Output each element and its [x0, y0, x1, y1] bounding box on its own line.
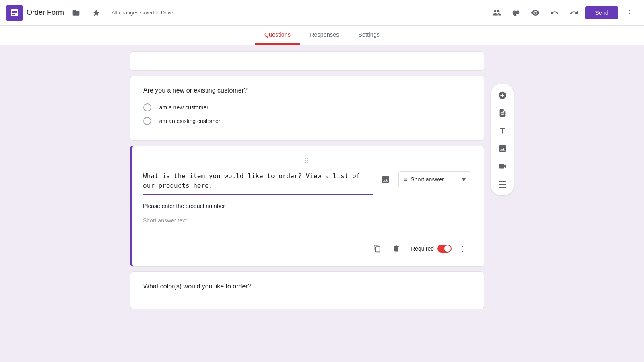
main-content: Are you a new or existing customer? I am…: [0, 45, 644, 321]
star-icon: [92, 9, 100, 17]
truncated-top-card: [130, 51, 484, 71]
question-card-1: Are you a new or existing customer? I am…: [130, 76, 484, 141]
add-image-to-question-btn[interactable]: [378, 171, 394, 187]
drag-handle: ⠿: [143, 156, 471, 170]
add-circle-icon: [498, 91, 507, 100]
toggle-thumb: [444, 245, 451, 252]
redo-btn[interactable]: [566, 5, 582, 21]
add-question-btn[interactable]: [494, 87, 510, 103]
section-icon: [498, 179, 507, 188]
question-type-label: Short answer: [411, 176, 459, 183]
video-icon: [498, 162, 507, 171]
undo-btn[interactable]: [547, 5, 563, 21]
question-more-btn[interactable]: ⋮: [455, 241, 471, 257]
topbar-left: Order Form All changes saved in Drive: [6, 5, 489, 21]
undo-icon: [550, 8, 559, 17]
folder-icon-btn[interactable]: [68, 5, 84, 21]
forms-svg-icon: [10, 8, 19, 18]
topbar-right: Send ⋮: [489, 5, 638, 21]
folder-icon: [72, 9, 80, 17]
redo-icon: [570, 8, 578, 17]
preview-btn[interactable]: [527, 5, 543, 21]
q2-answer-placeholder: Short answer text: [143, 214, 312, 227]
tab-settings[interactable]: Settings: [349, 26, 390, 45]
required-label: Required: [411, 245, 434, 252]
add-collaborator-btn[interactable]: [489, 5, 505, 21]
duplicate-question-btn[interactable]: [369, 241, 385, 257]
q2-title-input[interactable]: [143, 170, 373, 195]
add-title-text-btn[interactable]: [494, 123, 510, 139]
add-collaborator-icon: [492, 8, 501, 17]
forms-icon: [6, 5, 23, 21]
radio-circle-2: [143, 117, 151, 125]
form-area: Are you a new or existing customer? I am…: [130, 51, 484, 314]
import-questions-btn[interactable]: [494, 105, 510, 121]
radio-option-2[interactable]: I am an existing customer: [143, 117, 471, 125]
add-section-btn[interactable]: [494, 176, 510, 192]
palette-icon: [512, 8, 520, 17]
more-options-btn[interactable]: ⋮: [621, 5, 638, 21]
duplicate-icon: [373, 245, 381, 253]
app-title: Order Form: [27, 8, 64, 17]
import-icon: [498, 109, 507, 117]
q2-actions-bar: Required ⋮: [143, 234, 471, 257]
delete-question-btn[interactable]: [388, 241, 405, 257]
chevron-down-icon: ▾: [462, 175, 466, 184]
add-video-btn[interactable]: [494, 158, 510, 174]
tab-questions[interactable]: Questions: [255, 26, 300, 45]
tab-responses[interactable]: Responses: [300, 26, 349, 45]
question-card-3: What color(s) would you like to order?: [130, 272, 484, 309]
preview-icon: [531, 8, 540, 17]
radio-option-1[interactable]: I am a new customer: [143, 103, 471, 111]
required-toggle[interactable]: [437, 245, 452, 253]
add-image-icon: [498, 144, 507, 153]
palette-btn[interactable]: [508, 5, 524, 21]
save-status: All changes saved in Drive: [111, 10, 173, 16]
delete-icon: [392, 245, 400, 253]
image-icon: [381, 175, 390, 184]
tabs-bar: Questions Responses Settings: [0, 26, 644, 45]
question-card-2: ⠿ ≡ Short answer ▾ Please enter the prod…: [130, 146, 484, 267]
q1-title: Are you a new or existing customer?: [143, 86, 471, 95]
q2-helper-text-label: Please enter the product number: [143, 203, 471, 209]
send-button[interactable]: Send: [585, 6, 618, 19]
q2-header-row: ≡ Short answer ▾: [143, 170, 471, 195]
add-image-btn[interactable]: [494, 140, 510, 156]
radio-label-1: I am a new customer: [156, 104, 208, 111]
radio-label-2: I am an existing customer: [156, 118, 221, 124]
star-icon-btn[interactable]: [88, 5, 104, 21]
title-icon: [498, 126, 507, 135]
radio-circle-1: [143, 103, 151, 111]
short-answer-icon: ≡: [404, 176, 407, 183]
question-type-dropdown[interactable]: ≡ Short answer ▾: [398, 171, 471, 187]
sidebar-tools: [491, 84, 514, 195]
q3-title: What color(s) would you like to order?: [143, 282, 471, 291]
topbar: Order Form All changes saved in Drive Se…: [0, 0, 644, 26]
